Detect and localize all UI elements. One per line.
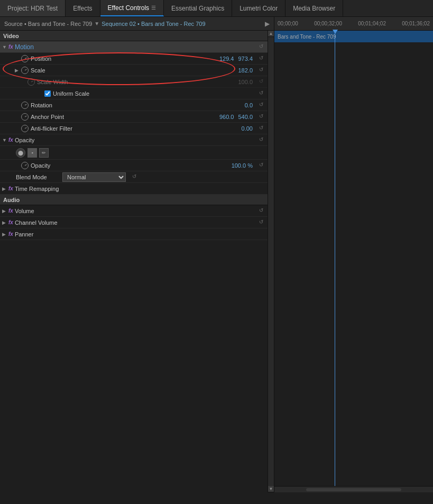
anchor-point-label: Anchor Point <box>31 114 219 120</box>
playhead[interactable] <box>335 31 335 486</box>
uniform-scale-label[interactable]: Uniform Scale <box>44 90 89 97</box>
blend-mode-reset[interactable]: ↺ <box>130 173 139 181</box>
rotation-reset[interactable]: ↺ <box>257 102 265 109</box>
rotation-value[interactable]: 0.0 <box>245 102 253 108</box>
timeline-body[interactable]: Bars and Tone - Rec 709 <box>274 31 433 486</box>
opacity-section-row[interactable]: ▼ fx Opacity ↺ <box>0 134 268 146</box>
scale-width-stopwatch <box>27 78 35 86</box>
motion-expand-arrow[interactable]: ▼ <box>2 44 8 50</box>
time-tick-3: 00;01;04;02 <box>358 21 386 26</box>
scroll-up-btn[interactable]: ▲ <box>268 31 274 37</box>
scroll-down-btn[interactable]: ▼ <box>268 486 274 492</box>
volume-row[interactable]: ▶ fx Volume ↺ <box>0 205 268 217</box>
opacity-reset-icon[interactable]: ↺ <box>257 162 265 169</box>
scale-stopwatch[interactable] <box>21 67 29 74</box>
scale-value[interactable]: 182.0 <box>238 67 253 74</box>
tab-effect-controls[interactable]: Effect Controls ☰ <box>100 0 164 16</box>
tab-bar: Project: HDR Test Effects Effect Control… <box>0 0 433 17</box>
horizontal-scrollbar[interactable] <box>306 488 401 491</box>
motion-reset-icon[interactable]: ↺ <box>257 43 265 51</box>
opacity-value[interactable]: 100.0 % <box>232 162 253 169</box>
tab-media-browser[interactable]: Media Browser <box>285 0 343 16</box>
tab-essential-graphics[interactable]: Essential Graphics <box>164 0 232 16</box>
uniform-scale-reset-icon[interactable]: ↺ <box>257 90 265 97</box>
channel-volume-fx-badge: fx <box>8 219 13 225</box>
bottom-scroll[interactable] <box>274 486 433 492</box>
scale-reset-icon[interactable]: ↺ <box>257 67 265 74</box>
channel-volume-label: Channel Volume <box>15 219 257 226</box>
anchor-point-reset-icon[interactable]: ↺ <box>257 113 265 121</box>
motion-fx-badge: fx <box>8 44 13 50</box>
volume-reset-icon[interactable]: ↺ <box>257 207 265 215</box>
time-remapping-expand[interactable]: ▶ <box>2 186 8 191</box>
scale-expand[interactable]: ▶ <box>15 68 21 73</box>
scale-reset[interactable]: ↺ <box>257 67 265 74</box>
opacity-pen-icon[interactable]: ✏ <box>39 148 49 158</box>
time-tick-4: 00;01;36;02 <box>402 21 430 26</box>
anti-flicker-row[interactable]: Anti-flicker Filter 0.00 ↺ <box>0 123 268 134</box>
position-value1[interactable]: 129.4 <box>219 56 234 62</box>
scale-row[interactable]: ▶ Scale 182.0 ↺ <box>0 65 268 76</box>
uniform-scale-reset[interactable]: ↺ <box>257 90 265 97</box>
anchor-point-value1[interactable]: 960.0 <box>219 114 234 120</box>
rotation-reset-icon[interactable]: ↺ <box>257 102 265 109</box>
timeline-clip-label: Bars and Tone - Rec 709 <box>278 34 336 40</box>
time-remapping-fx-badge: fx <box>8 186 13 191</box>
video-section-header: Video <box>0 31 268 41</box>
main-layout: Source • Bars and Tone - Rec 709 ▼ Seque… <box>0 17 433 492</box>
time-remapping-row[interactable]: ▶ fx Time Remapping <box>0 183 268 195</box>
tab-effects[interactable]: Effects <box>66 0 100 16</box>
uniform-scale-checkbox[interactable] <box>44 90 51 97</box>
timeline-header: 00;00;00 00;00;32;00 00;01;04;02 00;01;3… <box>274 17 433 31</box>
opacity-section-reset-icon[interactable]: ↺ <box>257 136 265 144</box>
opacity-row[interactable]: Opacity 100.0 % ↺ <box>0 160 268 171</box>
tab-lumetri-color[interactable]: Lumetri Color <box>232 0 285 16</box>
opacity-section-reset[interactable]: ↺ <box>257 136 265 144</box>
volume-expand[interactable]: ▶ <box>2 208 8 214</box>
position-row[interactable]: Position 129.4 973.4 ↺ <box>0 53 268 65</box>
rotation-row[interactable]: Rotation 0.0 ↺ <box>0 99 268 111</box>
left-panel: Source • Bars and Tone - Rec 709 ▼ Seque… <box>0 17 274 492</box>
opacity-rect-icon[interactable]: ▪ <box>27 148 37 158</box>
channel-volume-row[interactable]: ▶ fx Channel Volume ↺ <box>0 217 268 228</box>
scale-width-row: Scale Width 100.0 ↺ <box>0 76 268 88</box>
opacity-icons-row: ⬤ ▪ ✏ <box>0 146 268 160</box>
anti-flicker-reset[interactable]: ↺ <box>257 125 265 132</box>
tab-project[interactable]: Project: HDR Test <box>0 0 66 16</box>
position-stopwatch[interactable] <box>21 55 29 62</box>
opacity-stopwatch[interactable] <box>21 162 29 169</box>
channel-volume-expand[interactable]: ▶ <box>2 220 8 225</box>
opacity-section-label: Opacity <box>15 137 257 143</box>
position-reset[interactable]: ↺ <box>257 55 265 62</box>
blend-mode-reset-icon[interactable]: ↺ <box>131 173 138 181</box>
anchor-point-row[interactable]: Anchor Point 960.0 540.0 ↺ <box>0 111 268 123</box>
panner-row[interactable]: ▶ fx Panner <box>0 228 268 240</box>
opacity-label: Opacity <box>31 162 232 169</box>
volume-label: Volume <box>15 208 257 214</box>
channel-volume-reset[interactable]: ↺ <box>257 219 265 226</box>
anchor-point-value2[interactable]: 540.0 <box>238 114 253 120</box>
position-reset-icon[interactable]: ↺ <box>257 55 265 62</box>
source-dropdown-arrow[interactable]: ▼ <box>94 21 99 26</box>
anti-flicker-value[interactable]: 0.00 <box>242 125 253 132</box>
volume-reset[interactable]: ↺ <box>257 207 265 215</box>
playhead-marker <box>333 30 338 34</box>
tab-menu-icon[interactable]: ☰ <box>151 5 156 11</box>
opacity-reset[interactable]: ↺ <box>257 162 265 169</box>
opacity-section-expand[interactable]: ▼ <box>2 138 8 143</box>
timeline-clip[interactable]: Bars and Tone - Rec 709 <box>274 31 433 42</box>
motion-reset[interactable]: ↺ <box>257 43 265 51</box>
rotation-stopwatch[interactable] <box>21 102 29 109</box>
position-value2[interactable]: 973.4 <box>238 56 253 62</box>
channel-volume-reset-icon[interactable]: ↺ <box>257 219 265 226</box>
anti-flicker-reset-icon[interactable]: ↺ <box>257 125 265 132</box>
anti-flicker-stopwatch[interactable] <box>21 125 29 132</box>
play-btn[interactable]: ▶ <box>265 20 270 28</box>
uniform-scale-row: Uniform Scale ↺ <box>0 88 268 99</box>
opacity-ellipse-icon[interactable]: ⬤ <box>16 148 25 158</box>
anchor-point-stopwatch[interactable] <box>21 113 29 121</box>
motion-row[interactable]: ▼ fx Motion ↺ <box>0 41 268 53</box>
anchor-point-reset[interactable]: ↺ <box>257 113 265 121</box>
panner-expand[interactable]: ▶ <box>2 232 8 237</box>
blend-mode-select[interactable]: Normal Dissolve Darken Multiply Lighten … <box>62 172 126 182</box>
